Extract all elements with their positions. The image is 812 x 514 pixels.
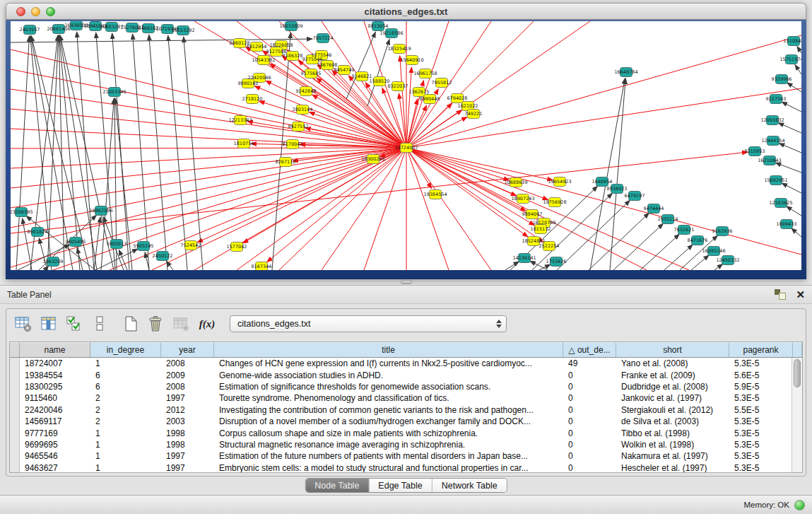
vertical-scrollbar[interactable] xyxy=(792,358,802,472)
graph-edge[interactable] xyxy=(714,264,723,270)
function-builder-button[interactable]: f(x) xyxy=(196,313,218,334)
table-cell-out_degree[interactable]: 0 xyxy=(563,393,616,403)
table-cell-name[interactable]: 9465546 xyxy=(20,451,90,461)
graph-edge[interactable] xyxy=(346,32,375,99)
table-cell-year[interactable]: 2012 xyxy=(161,405,214,415)
table-cell-pagerank[interactable]: 5.3E-5 xyxy=(729,440,793,450)
graph-edge[interactable] xyxy=(18,245,70,270)
table-cell-name[interactable]: 9463627 xyxy=(20,463,90,473)
graph-edge[interactable] xyxy=(59,35,80,270)
column-header-short[interactable]: short xyxy=(616,342,729,357)
table-cell-out_degree[interactable]: 0 xyxy=(563,416,616,426)
table-cell-in_degree[interactable]: 1 xyxy=(90,451,161,461)
memory-status-indicator[interactable] xyxy=(794,500,805,510)
table-cell-name[interactable]: 9777169 xyxy=(20,428,90,438)
graph-edge[interactable] xyxy=(39,238,47,270)
table-cell-out_degree[interactable]: 0 xyxy=(563,405,616,415)
table-row[interactable]: 969969511998Structural magnetic resonanc… xyxy=(10,439,802,450)
table-cell-out_degree[interactable]: 0 xyxy=(563,440,616,450)
table-cell-out_degree[interactable]: 0 xyxy=(563,463,616,473)
table-cell-title[interactable]: Disruption of a novel member of a sodium… xyxy=(214,416,563,426)
minimize-window-button[interactable] xyxy=(31,7,40,16)
table-cell-pagerank[interactable]: 5.6E-5 xyxy=(729,370,793,380)
graph-edge[interactable] xyxy=(557,200,630,270)
graph-edge[interactable] xyxy=(184,37,203,270)
graph-edge[interactable] xyxy=(406,105,427,148)
graph-edge[interactable] xyxy=(237,148,406,270)
network-window-titlebar[interactable]: citations_edges.txt xyxy=(6,3,806,20)
graph-edge[interactable] xyxy=(364,148,406,270)
graph-edge[interactable] xyxy=(168,35,187,270)
table-cell-title[interactable]: Tourette syndrome. Phenomenology and cla… xyxy=(214,393,563,403)
close-panel-icon[interactable]: ✕ xyxy=(796,289,805,300)
table-cell-title[interactable]: Estimation of the future numbers of pati… xyxy=(214,451,563,461)
table-cell-in_degree[interactable]: 2 xyxy=(90,393,161,403)
table-cell-short[interactable]: Nakamura et al. (1997) xyxy=(616,451,729,461)
table-row[interactable]: 1456911722003Disruption of a novel membe… xyxy=(10,416,802,427)
table-cell-pagerank[interactable]: 5.9E-5 xyxy=(729,382,793,392)
graph-edge[interactable] xyxy=(782,102,801,112)
graph-edge[interactable] xyxy=(11,109,406,148)
table-row[interactable]: 1938455462009Genome-wide association stu… xyxy=(10,369,802,380)
graph-edge[interactable] xyxy=(664,245,693,270)
graph-edge[interactable] xyxy=(77,32,94,270)
table-cell-short[interactable]: Stergiakouli et al. (2012) xyxy=(616,405,729,415)
select-all-button[interactable] xyxy=(63,313,86,334)
delete-table-button[interactable] xyxy=(170,313,193,334)
graph-edge[interactable] xyxy=(530,261,548,270)
table-cell-title[interactable]: Investigating the contribution of common… xyxy=(214,405,563,415)
graph-edge[interactable] xyxy=(787,206,801,216)
show-columns-button[interactable] xyxy=(37,313,60,334)
graph-edge[interactable] xyxy=(119,250,127,270)
table-cell-short[interactable]: de Silva et al. (2003) xyxy=(616,416,729,426)
table-cell-in_degree[interactable]: 1 xyxy=(90,358,161,368)
deselect-all-button[interactable] xyxy=(88,313,111,334)
table-cell-pagerank[interactable]: 5.3E-5 xyxy=(729,393,793,403)
graph-edge[interactable] xyxy=(792,228,801,237)
table-cell-in_degree[interactable]: 1 xyxy=(90,463,161,473)
graph-edge[interactable] xyxy=(77,248,83,270)
table-cell-out_degree[interactable]: 0 xyxy=(563,382,616,392)
table-row[interactable]: 946554611997Estimation of the future num… xyxy=(10,450,802,462)
table-cell-title[interactable]: Structural magnetic resonance image aver… xyxy=(214,440,563,450)
tab-edge-table[interactable]: Edge Table xyxy=(368,479,431,492)
table-cell-name[interactable]: 14569117 xyxy=(20,416,90,426)
graph-edge[interactable] xyxy=(47,35,59,270)
table-cell-short[interactable]: Jankovic et al. (1997) xyxy=(616,393,729,403)
graph-edge[interactable] xyxy=(11,148,406,148)
table-cell-out_degree[interactable]: 0 xyxy=(563,428,616,438)
zoom-window-button[interactable] xyxy=(46,7,55,16)
graph-edge[interactable] xyxy=(590,78,625,270)
new-file-button[interactable] xyxy=(119,313,142,334)
table-cell-short[interactable]: Tibbo et al. (1998) xyxy=(616,428,729,438)
graph-edge[interactable] xyxy=(589,213,649,270)
table-cell-pagerank[interactable]: 5.3E-5 xyxy=(729,358,793,368)
column-header-out_degree[interactable]: △ out_de... xyxy=(563,342,616,357)
table-cell-short[interactable]: Wolkin et al. (1998) xyxy=(616,440,729,450)
panel-splitter[interactable] xyxy=(0,279,812,285)
table-cell-year[interactable]: 1997 xyxy=(161,451,214,461)
table-cell-year[interactable]: 2008 xyxy=(161,358,214,368)
table-cell-in_degree[interactable]: 2 xyxy=(90,416,161,426)
table-cell-out_degree[interactable]: 0 xyxy=(563,370,616,380)
table-cell-short[interactable]: Franke et al. (2009) xyxy=(616,370,729,380)
table-cell-title[interactable]: Embryonic stem cells: a model to study s… xyxy=(214,463,563,473)
graph-edge[interactable] xyxy=(782,183,801,193)
graph-edge[interactable] xyxy=(94,217,100,270)
table-row[interactable]: 2242004622012Investigating the contribut… xyxy=(10,404,802,416)
scrollbar-thumb[interactable] xyxy=(794,359,801,387)
table-cell-in_degree[interactable]: 1 xyxy=(90,440,161,450)
graph-edge[interactable] xyxy=(279,148,406,270)
table-cell-out_degree[interactable]: 0 xyxy=(563,451,616,461)
float-panel-icon[interactable] xyxy=(775,289,786,300)
graph-edge[interactable] xyxy=(505,262,519,270)
table-cell-pagerank[interactable]: 5.3E-5 xyxy=(729,451,793,461)
table-cell-name[interactable]: 18724007 xyxy=(20,358,90,368)
table-mode-button[interactable] xyxy=(12,313,35,334)
table-cell-year[interactable]: 1997 xyxy=(161,463,214,473)
graph-edge[interactable] xyxy=(797,47,801,53)
table-cell-year[interactable]: 2009 xyxy=(161,370,214,380)
table-row[interactable]: 946362711997Embryonic stem cells: a mode… xyxy=(10,462,802,473)
table-cell-year[interactable]: 1997 xyxy=(161,393,214,403)
table-selector[interactable]: citations_edges.txt xyxy=(230,315,507,332)
